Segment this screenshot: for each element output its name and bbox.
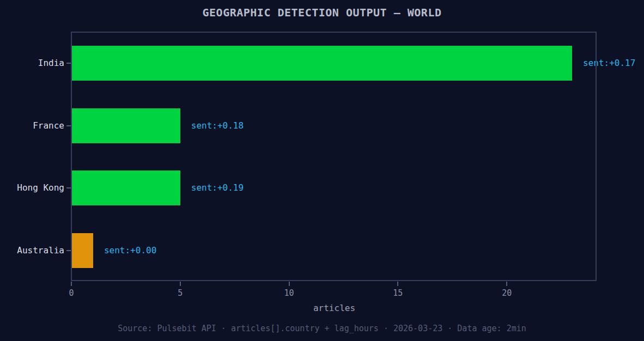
- x-axis-label: articles: [71, 303, 597, 314]
- chart-title: GEOGRAPHIC DETECTION OUTPUT — WORLD: [0, 6, 644, 19]
- source-footer: Source: Pulsebit API · articles[].countr…: [0, 324, 644, 333]
- bar-hong-kong: [71, 170, 180, 205]
- x-tick-mark: [289, 282, 290, 286]
- x-tick-label-10: 10: [273, 288, 306, 298]
- x-tick-mark: [71, 282, 72, 286]
- x-tick-mark: [397, 282, 398, 286]
- y-tick-label-hong-kong: Hong Kong: [0, 182, 64, 193]
- bar-australia: [71, 233, 93, 268]
- y-tick-label-australia: Australia: [0, 245, 64, 256]
- bar-value-label-india: sent:+0.17: [583, 58, 635, 69]
- y-tick-mark: [66, 187, 71, 188]
- x-tick-label-20: 20: [490, 288, 523, 298]
- bar-value-label-hong-kong: sent:+0.19: [191, 182, 244, 193]
- bar-value-label-france: sent:+0.18: [191, 120, 244, 131]
- x-tick-mark: [180, 282, 181, 286]
- x-tick-label-0: 0: [55, 288, 88, 298]
- x-tick-label-15: 15: [381, 288, 414, 298]
- y-tick-label-india: India: [0, 58, 64, 69]
- y-tick-label-france: France: [0, 120, 64, 131]
- x-tick-mark: [506, 282, 507, 286]
- y-tick-mark: [66, 125, 71, 126]
- bar-france: [71, 108, 180, 143]
- bar-value-label-australia: sent:+0.00: [104, 245, 156, 256]
- y-tick-mark: [66, 250, 71, 251]
- bar-india: [71, 46, 572, 81]
- x-tick-label-5: 5: [164, 288, 197, 298]
- y-tick-mark: [66, 63, 71, 64]
- chart-figure: GEOGRAPHIC DETECTION OUTPUT — WORLD Indi…: [0, 0, 644, 341]
